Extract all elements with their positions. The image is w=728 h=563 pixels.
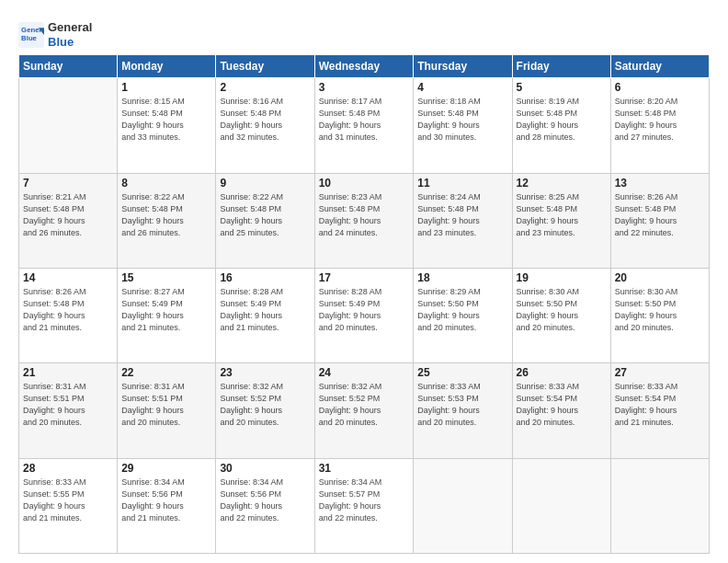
day-number: 18 — [417, 271, 507, 284]
calendar-cell: 2Sunrise: 8:16 AMSunset: 5:48 PMDaylight… — [216, 78, 314, 173]
calendar-cell — [610, 458, 709, 553]
day-info: Sunrise: 8:30 AMSunset: 5:50 PMDaylight:… — [615, 286, 705, 334]
calendar-cell — [414, 458, 512, 553]
day-number: 19 — [517, 271, 607, 284]
col-header-friday: Friday — [512, 55, 610, 78]
calendar-cell: 20Sunrise: 8:30 AMSunset: 5:50 PMDayligh… — [610, 268, 709, 362]
calendar-week-row: 28Sunrise: 8:33 AMSunset: 5:55 PMDayligh… — [19, 458, 710, 553]
day-info: Sunrise: 8:34 AMSunset: 5:56 PMDaylight:… — [121, 477, 211, 524]
calendar-week-row: 14Sunrise: 8:26 AMSunset: 5:48 PMDayligh… — [19, 268, 710, 362]
day-number: 31 — [319, 462, 410, 475]
calendar-cell: 27Sunrise: 8:33 AMSunset: 5:54 PMDayligh… — [610, 363, 709, 458]
day-number: 21 — [23, 366, 113, 379]
day-info: Sunrise: 8:32 AMSunset: 5:52 PMDaylight:… — [319, 381, 410, 429]
day-info: Sunrise: 8:23 AMSunset: 5:48 PMDaylight:… — [319, 191, 410, 239]
day-info: Sunrise: 8:20 AMSunset: 5:48 PMDaylight:… — [615, 96, 705, 144]
day-number: 27 — [615, 366, 705, 379]
col-header-monday: Monday — [118, 55, 216, 78]
calendar-cell: 23Sunrise: 8:32 AMSunset: 5:52 PMDayligh… — [216, 363, 314, 458]
day-info: Sunrise: 8:32 AMSunset: 5:52 PMDaylight:… — [220, 381, 310, 429]
calendar-cell: 29Sunrise: 8:34 AMSunset: 5:56 PMDayligh… — [118, 458, 216, 553]
svg-text:Blue: Blue — [21, 34, 38, 42]
calendar-cell: 5Sunrise: 8:19 AMSunset: 5:48 PMDaylight… — [512, 78, 610, 173]
day-number: 9 — [220, 177, 310, 190]
day-info: Sunrise: 8:19 AMSunset: 5:48 PMDaylight:… — [517, 96, 607, 144]
col-header-sunday: Sunday — [19, 55, 118, 78]
day-number: 22 — [121, 366, 211, 379]
day-number: 24 — [319, 366, 410, 379]
calendar-table: SundayMondayTuesdayWednesdayThursdayFrid… — [18, 54, 710, 554]
day-info: Sunrise: 8:33 AMSunset: 5:54 PMDaylight:… — [517, 381, 607, 429]
col-header-saturday: Saturday — [610, 55, 709, 78]
calendar-cell: 9Sunrise: 8:22 AMSunset: 5:48 PMDaylight… — [216, 173, 314, 268]
day-number: 29 — [121, 462, 211, 475]
day-number: 20 — [615, 271, 705, 284]
day-number: 12 — [517, 177, 607, 190]
logo: General Blue General Blue — [18, 20, 92, 49]
day-info: Sunrise: 8:28 AMSunset: 5:49 PMDaylight:… — [220, 286, 310, 334]
day-number: 15 — [121, 271, 211, 284]
day-info: Sunrise: 8:17 AMSunset: 5:48 PMDaylight:… — [319, 96, 410, 144]
calendar-cell: 12Sunrise: 8:25 AMSunset: 5:48 PMDayligh… — [512, 173, 610, 268]
calendar-cell: 26Sunrise: 8:33 AMSunset: 5:54 PMDayligh… — [512, 363, 610, 458]
calendar-cell: 19Sunrise: 8:30 AMSunset: 5:50 PMDayligh… — [512, 268, 610, 362]
day-info: Sunrise: 8:31 AMSunset: 5:51 PMDaylight:… — [23, 381, 113, 429]
calendar-cell: 8Sunrise: 8:22 AMSunset: 5:48 PMDaylight… — [118, 173, 216, 268]
calendar-cell: 31Sunrise: 8:34 AMSunset: 5:57 PMDayligh… — [314, 458, 414, 553]
calendar-cell — [19, 78, 118, 173]
day-info: Sunrise: 8:31 AMSunset: 5:51 PMDaylight:… — [121, 381, 211, 429]
calendar-week-row: 1Sunrise: 8:15 AMSunset: 5:48 PMDaylight… — [19, 78, 710, 173]
day-number: 5 — [517, 81, 607, 94]
calendar-cell: 7Sunrise: 8:21 AMSunset: 5:48 PMDaylight… — [19, 173, 118, 268]
day-number: 4 — [417, 81, 507, 94]
day-info: Sunrise: 8:26 AMSunset: 5:48 PMDaylight:… — [615, 191, 705, 239]
logo-text-general: General — [48, 20, 92, 35]
calendar-cell: 15Sunrise: 8:27 AMSunset: 5:49 PMDayligh… — [118, 268, 216, 362]
day-info: Sunrise: 8:27 AMSunset: 5:49 PMDaylight:… — [121, 286, 211, 334]
day-number: 16 — [220, 271, 310, 284]
day-info: Sunrise: 8:34 AMSunset: 5:56 PMDaylight:… — [220, 477, 310, 524]
day-number: 10 — [319, 177, 410, 190]
calendar-cell: 24Sunrise: 8:32 AMSunset: 5:52 PMDayligh… — [314, 363, 414, 458]
calendar-cell: 3Sunrise: 8:17 AMSunset: 5:48 PMDaylight… — [314, 78, 414, 173]
day-info: Sunrise: 8:18 AMSunset: 5:48 PMDaylight:… — [417, 96, 507, 144]
day-info: Sunrise: 8:28 AMSunset: 5:49 PMDaylight:… — [319, 286, 410, 334]
day-number: 17 — [319, 271, 410, 284]
col-header-thursday: Thursday — [414, 55, 512, 78]
day-info: Sunrise: 8:21 AMSunset: 5:48 PMDaylight:… — [23, 191, 113, 239]
day-info: Sunrise: 8:22 AMSunset: 5:48 PMDaylight:… — [121, 191, 211, 239]
day-number: 14 — [23, 271, 113, 284]
calendar-cell — [512, 458, 610, 553]
logo-text-blue: Blue — [48, 35, 92, 50]
calendar-week-row: 21Sunrise: 8:31 AMSunset: 5:51 PMDayligh… — [19, 363, 710, 458]
calendar-cell: 21Sunrise: 8:31 AMSunset: 5:51 PMDayligh… — [19, 363, 118, 458]
day-info: Sunrise: 8:33 AMSunset: 5:53 PMDaylight:… — [417, 381, 507, 429]
day-info: Sunrise: 8:33 AMSunset: 5:54 PMDaylight:… — [615, 381, 705, 429]
day-number: 25 — [417, 366, 507, 379]
day-info: Sunrise: 8:34 AMSunset: 5:57 PMDaylight:… — [319, 477, 410, 524]
day-number: 6 — [615, 81, 705, 94]
day-number: 11 — [417, 177, 507, 190]
day-info: Sunrise: 8:30 AMSunset: 5:50 PMDaylight:… — [517, 286, 607, 334]
col-header-tuesday: Tuesday — [216, 55, 314, 78]
calendar-week-row: 7Sunrise: 8:21 AMSunset: 5:48 PMDaylight… — [19, 173, 710, 268]
logo-icon: General Blue — [18, 22, 44, 48]
calendar-cell: 10Sunrise: 8:23 AMSunset: 5:48 PMDayligh… — [314, 173, 414, 268]
col-header-wednesday: Wednesday — [314, 55, 414, 78]
day-info: Sunrise: 8:26 AMSunset: 5:48 PMDaylight:… — [23, 286, 113, 334]
page: General Blue General Blue SundayMondayTu… — [0, 0, 728, 563]
day-info: Sunrise: 8:24 AMSunset: 5:48 PMDaylight:… — [417, 191, 507, 239]
day-number: 26 — [517, 366, 607, 379]
calendar-cell: 13Sunrise: 8:26 AMSunset: 5:48 PMDayligh… — [610, 173, 709, 268]
calendar-cell: 1Sunrise: 8:15 AMSunset: 5:48 PMDaylight… — [118, 78, 216, 173]
calendar-cell: 16Sunrise: 8:28 AMSunset: 5:49 PMDayligh… — [216, 268, 314, 362]
calendar-cell: 18Sunrise: 8:29 AMSunset: 5:50 PMDayligh… — [414, 268, 512, 362]
calendar-cell: 11Sunrise: 8:24 AMSunset: 5:48 PMDayligh… — [414, 173, 512, 268]
calendar-cell: 6Sunrise: 8:20 AMSunset: 5:48 PMDaylight… — [610, 78, 709, 173]
calendar-cell: 22Sunrise: 8:31 AMSunset: 5:51 PMDayligh… — [118, 363, 216, 458]
calendar-cell: 14Sunrise: 8:26 AMSunset: 5:48 PMDayligh… — [19, 268, 118, 362]
day-number: 30 — [220, 462, 310, 475]
day-number: 3 — [319, 81, 410, 94]
calendar-cell: 30Sunrise: 8:34 AMSunset: 5:56 PMDayligh… — [216, 458, 314, 553]
day-info: Sunrise: 8:16 AMSunset: 5:48 PMDaylight:… — [220, 96, 310, 144]
